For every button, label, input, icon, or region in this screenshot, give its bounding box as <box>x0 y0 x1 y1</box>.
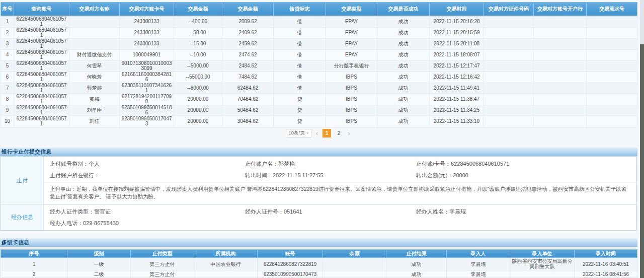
cell <box>69 38 120 49</box>
cell: 2484.62 <box>222 60 274 72</box>
table-row: 16228450068040610571243300133--400.00200… <box>1 16 637 28</box>
cell: 2409.62 <box>222 27 274 38</box>
table-row: 2二级第三方止付6235010990500170473成功李晨琨2022-11-… <box>1 270 637 278</box>
table-row: 86228450068040610571黄梅621728194200112709… <box>1 94 637 105</box>
cell <box>69 27 120 38</box>
cell <box>587 27 637 38</box>
cell: 2022-11-16 08:41:56 <box>575 270 637 278</box>
cell: 2022-11-15 11:49:41 <box>430 83 484 94</box>
cell: IBPS <box>326 94 377 105</box>
cell: 借 <box>274 38 326 49</box>
scrollbar[interactable] <box>640 44 644 278</box>
chevron-down-icon: ∨ <box>306 131 309 135</box>
cell <box>194 270 258 278</box>
column-header: 序号 <box>1 250 67 258</box>
cell: 第三方止付 <box>131 270 194 278</box>
cell: 贷 <box>274 116 326 127</box>
cell <box>534 116 587 127</box>
field-bank: 止付账户所在银行： <box>50 172 245 179</box>
table-row: 26228450068040610571243300133--50.002409… <box>1 27 637 38</box>
cell: 243300133 <box>120 27 174 38</box>
cell: IBPS <box>326 72 377 83</box>
column-header: 交易对方证件号码 <box>484 3 534 16</box>
column-header: 所属机构 <box>194 250 258 258</box>
cell: --55000.00 <box>174 72 222 83</box>
cell: 2022-11-15 12:16:42 <box>430 72 484 83</box>
table-row: 56228450068040610571何雪琴90107130801001000… <box>1 60 637 72</box>
stop-payment-side-label: 止付 <box>1 157 44 204</box>
cell: 20000.00 <box>174 105 222 116</box>
cell: 2022-11-15 20:15:59 <box>430 27 484 38</box>
field-agent-cert-no: 经办人证件号：051641 <box>245 208 416 215</box>
cell: 6235010990500145186 <box>120 105 174 116</box>
cell: EPAY <box>326 38 377 49</box>
cell: 5 <box>1 60 14 72</box>
cell: 6235010990500170473 <box>120 116 174 127</box>
cell: --5000.00 <box>174 60 222 72</box>
cell: 6228412860827322819 <box>258 258 323 270</box>
page-1-button[interactable]: 1 <box>323 129 331 137</box>
stop-payment-box: 止付 止付账号类别：个人 止付账户名：郭梦艳 止付账/卡号：6228450068… <box>1 156 637 231</box>
cell <box>587 105 637 116</box>
cell: 1 <box>1 258 67 270</box>
page-size-select[interactable]: 10条/页 ∨ <box>286 129 311 137</box>
cell <box>484 49 534 60</box>
cell: 62484.62 <box>222 83 274 94</box>
cell <box>587 49 637 60</box>
agent-info-block: 经办信息 经办人证件类型：警官证 经办人证件号：051641 经办人姓名：李晨琨… <box>1 204 636 230</box>
cell: 刘星臣 <box>69 105 120 116</box>
column-header: 录入人 <box>447 250 510 258</box>
transactions-header: 序号查询账号交易对方名称交易对方账卡号交易金额交易余额借贷标志交易类型交易是否成… <box>1 3 637 16</box>
multi-card-table: 序号级别止付类型所属机构账号余额止付结果录入人录入单位录入时间 1一级第三方止付… <box>1 249 637 278</box>
cell: 财付通微信支付 <box>69 49 120 60</box>
column-header: 交易余额 <box>222 3 274 16</box>
cell: IBPS <box>326 116 377 127</box>
cell: --400.00 <box>174 16 222 28</box>
cell: 6 <box>1 72 14 83</box>
column-header: 余额 <box>323 250 386 258</box>
column-header: 查询账号 <box>14 3 69 16</box>
cell <box>587 60 637 72</box>
cell: 6230361101073416261 <box>120 83 174 94</box>
transactions-header-row: 序号查询账号交易对方名称交易对方账卡号交易金额交易余额借贷标志交易类型交易是否成… <box>1 3 637 16</box>
page-2-button[interactable]: 2 <box>335 129 343 137</box>
cell: 6228450068040610571 <box>14 94 69 105</box>
column-header: 录入单位 <box>510 250 575 258</box>
cell <box>534 72 587 83</box>
multi-card-body: 1一级第三方止付中国农业银行6228412860827322819成功李晨琨陕西… <box>1 258 637 278</box>
pagination: 10条/页 ∨ ‹ 1 2 › <box>0 126 637 140</box>
table-row: 96228450068040610571刘星臣62350109905001451… <box>1 105 637 116</box>
cell: 成功 <box>377 60 430 72</box>
cell: 成功 <box>377 72 430 83</box>
next-page-button[interactable]: › <box>347 129 351 137</box>
cell: EPAY <box>326 27 377 38</box>
cell: 6217281942001127098 <box>120 94 174 105</box>
cell <box>69 16 120 28</box>
table-row: 1一级第三方止付中国农业银行6228412860827322819成功李晨琨陕西… <box>1 258 637 270</box>
cell <box>510 270 575 278</box>
cell: 成功 <box>377 116 430 127</box>
cell: 2022-11-15 20:11:08 <box>430 38 484 49</box>
cell <box>587 16 637 28</box>
field-card-no: 止付账/卡号：6228450068040610571 <box>416 160 636 167</box>
field-transfer-amount: 转出金额(元)：20000 <box>416 172 636 179</box>
cell: 陕西省西安市公安局高新分局刑警大队 <box>510 258 575 270</box>
cell: 6228450068040610571 <box>14 38 69 49</box>
cell: 1 <box>1 16 14 28</box>
cell: 成功 <box>386 258 447 270</box>
cell: 6228450068040610571 <box>14 116 69 127</box>
cell: 20000.00 <box>174 116 222 127</box>
cell: 6228450068040610571 <box>14 27 69 38</box>
cell <box>484 72 534 83</box>
prev-page-button[interactable]: ‹ <box>315 129 319 137</box>
cell <box>484 60 534 72</box>
cell <box>484 16 534 28</box>
field-transfer-time: 转出时间：2022-11-15 11:27:55 <box>245 172 416 179</box>
cell: 20000.00 <box>174 94 222 105</box>
cell: 9010713080100100033099 <box>120 60 174 72</box>
cell: EPAY <box>326 16 377 28</box>
cell: 成功 <box>377 38 430 49</box>
cell: 二级 <box>67 270 131 278</box>
cell: IBPS <box>326 105 377 116</box>
cell: --15.00 <box>174 38 222 49</box>
